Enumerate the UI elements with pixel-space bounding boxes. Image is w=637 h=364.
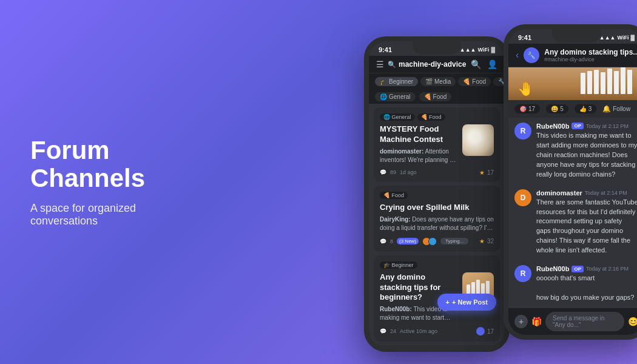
smile-emoji: 😄 [551, 106, 558, 112]
battery-icon-2: ▓ [630, 35, 635, 41]
search-icon[interactable]: 🔍 [471, 59, 481, 69]
wifi-icon: WiFi [478, 47, 490, 53]
reply-count-2: 8 [390, 238, 393, 244]
general-icon: 🌐 [380, 93, 387, 100]
food-icon-2: 🍕 [424, 93, 431, 100]
status-icons-2: ▲▲▲ WiFi ▓ [599, 35, 635, 41]
tag-beginner[interactable]: 🎓 Beginner [375, 77, 418, 86]
msg-content-1: RubeN00b OP Today at 2:12 PM This video … [536, 123, 637, 180]
phone-forum-list: 9:41 ▲▲▲ WiFi ▓ ☰ 🔍 machine-diy-advice [364, 36, 510, 352]
post-tag-food-2: 🍕 Food [380, 192, 408, 199]
star-count-2: 32 [487, 238, 494, 244]
thumbs-emoji: 👍 [579, 106, 587, 112]
post-text-1: MYSTERY Food Machine Contest dominomaste… [380, 124, 457, 164]
post-meta-right-1: ★ 17 [479, 169, 494, 176]
msg-content-2: dominomaster Today at 2:14 PM There are … [536, 189, 637, 256]
message-1: R RubeN00b OP Today at 2:12 PM This vide… [508, 118, 637, 184]
timestamp-1: Today at 2:12 PM [586, 123, 629, 129]
hamburger-icon[interactable]: ☰ [376, 59, 384, 69]
msg-header-2: dominomaster Today at 2:14 PM [536, 189, 637, 197]
gift-icon[interactable]: 🎁 [531, 317, 542, 326]
post-tags-2: 🍕 Food [380, 192, 494, 199]
username-3: RubeN00b [536, 265, 569, 272]
hand-emoji: 🤚 [517, 81, 534, 97]
post-meta-right-2: ★ 32 [479, 238, 494, 244]
post-spilled-milk[interactable]: 🍕 Food Crying over Spilled Milk DairyKin… [374, 186, 500, 252]
tag-media[interactable]: 🎬 Media [420, 77, 456, 86]
follow-button[interactable]: 🔔 Follow [602, 105, 630, 113]
thread-scroll[interactable]: 🤚 🎯 17 😄 5 👍 3 [508, 67, 637, 308]
dp7 [621, 67, 625, 94]
avatar-2 [428, 237, 437, 246]
message-3: R RubeN00b OP Today at 2:16 PM oooooh th… [508, 260, 637, 308]
search-small-icon: 🔍 [388, 61, 396, 69]
phone-thread-view: 9:41 ▲▲▲ WiFi ▓ ‹ 🔧 Any domino stacking … [504, 24, 637, 340]
reaction-17[interactable]: 🎯 17 [514, 104, 540, 113]
status-icons-1: ▲▲▲ WiFi ▓ [460, 47, 495, 53]
post-meta-left-3: 💬 24 Active 10m ago [380, 328, 437, 334]
new-badge: (3 New) [397, 238, 419, 244]
post-tag-general: 🌐 General [380, 113, 415, 121]
post-text-2: Crying over Spilled Milk DairyKing: Does… [380, 203, 494, 232]
post-meta-1: 💬 89 1d ago ★ 17 [380, 169, 494, 176]
star-icon-1: ★ [479, 169, 485, 176]
reaction-count-17: 17 [528, 106, 535, 112]
post-title-1: MYSTERY Food Machine Contest [380, 124, 457, 145]
thread-actions-bar: 🎯 17 😄 5 👍 3 🔔 Follow ↗ [508, 100, 637, 118]
food-emoji: 🍕 [463, 78, 470, 85]
avatar-rubenn00b: R [514, 123, 531, 140]
post-weirdest[interactable]: 🔧 Materials Weirdest Mechanisms [374, 345, 500, 347]
avatar-rubenn00b-2: R [514, 265, 531, 282]
thumb-food-img [462, 124, 494, 156]
message-2: D dominomaster Today at 2:14 PM There ar… [508, 184, 637, 261]
sub-tag-general[interactable]: 🌐 General [375, 92, 416, 101]
sub-tag-food-2[interactable]: 🍕 Food [419, 92, 452, 101]
back-button[interactable]: ‹ [516, 50, 519, 61]
sub-tags-row: 🌐 General 🍕 Food [369, 90, 505, 104]
forum-header-right: 🔍 👤 [471, 59, 497, 69]
emoji-picker-button[interactable]: 😊 [628, 317, 637, 326]
star-count-3: 17 [487, 328, 494, 335]
add-attachment-button[interactable]: + [514, 315, 528, 328]
phone-notch-1 [413, 41, 461, 55]
message-input[interactable]: Send a message in "Any do..." [545, 312, 624, 331]
op-badge-3: OP [571, 266, 584, 272]
dp6 [614, 71, 619, 94]
age-1: 1d ago [400, 169, 417, 175]
chat-icon-1: 💬 [380, 169, 386, 175]
thread-title: Any domino stacking tips... [544, 48, 637, 56]
reaction-3[interactable]: 👍 3 [575, 104, 597, 113]
phones-container: 9:41 ▲▲▲ WiFi ▓ ☰ 🔍 machine-diy-advice [364, 0, 637, 364]
posts-scroll[interactable]: 🌐 General 🍕 Food MYSTERY Food Machine Co… [369, 104, 505, 347]
reaction-5[interactable]: 😄 5 [546, 104, 568, 113]
plus-icon: + [446, 298, 450, 306]
dp8 [627, 70, 632, 94]
channel-name: 🔍 machine-diy-advice [388, 60, 466, 69]
bell-icon: 🔔 [602, 105, 611, 113]
channel-avatar: 🔧 [524, 47, 539, 63]
timestamp-2: Today at 2:14 PM [585, 190, 627, 196]
tag-food[interactable]: 🍕 Food [458, 77, 491, 86]
timestamp-3: Today at 2:16 PM [586, 266, 629, 272]
hero-subtitle: A space for organized conversations [30, 202, 200, 228]
thread-header: ‹ 🔧 Any domino stacking tips... #machine… [508, 44, 637, 67]
post-mystery-food[interactable]: 🌐 General 🍕 Food MYSTERY Food Machine Co… [374, 107, 500, 182]
reaction-count-3: 3 [588, 106, 592, 112]
hero-section: Forum Channels A space for organized con… [0, 100, 231, 264]
reply-count-1: 89 [390, 169, 396, 175]
typing-avatars [422, 237, 437, 246]
post-meta-3: 💬 24 Active 10m ago 17 [380, 327, 494, 335]
new-post-button[interactable]: + + New Post [437, 294, 496, 311]
phone-notch-2 [552, 29, 601, 42]
media-emoji: 🎬 [425, 78, 433, 85]
avatar-star-3 [476, 327, 485, 335]
status-time-2: 9:41 [518, 34, 531, 41]
post-content-2: Crying over Spilled Milk DairyKing: Does… [380, 203, 494, 232]
dp2 [587, 71, 592, 94]
beginner-emoji: 🎓 [380, 78, 387, 85]
profile-icon[interactable]: 👤 [487, 59, 497, 69]
forum-header: ☰ 🔍 machine-diy-advice 🔍 👤 [369, 56, 505, 73]
msg-header-1: RubeN00b OP Today at 2:12 PM [536, 123, 637, 130]
chat-icon-3: 💬 [380, 328, 386, 334]
wifi-icon-2: WiFi [618, 35, 629, 41]
